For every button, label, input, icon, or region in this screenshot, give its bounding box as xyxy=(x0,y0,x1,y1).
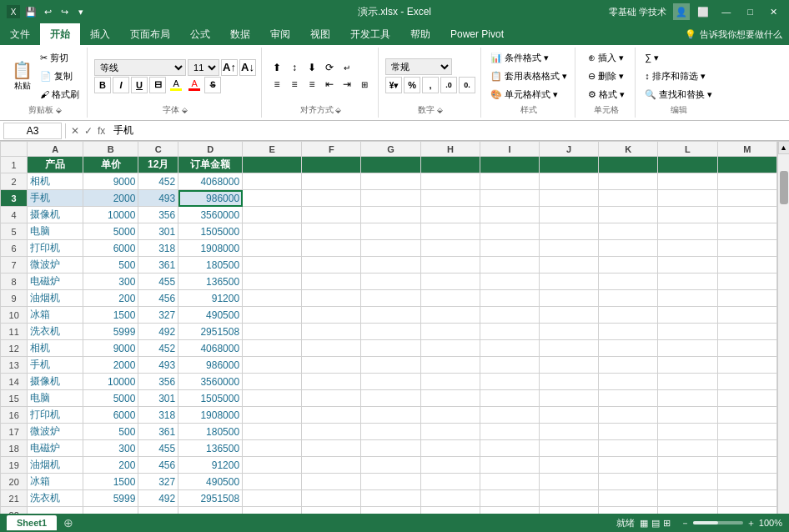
row-header-7[interactable]: 7 xyxy=(1,257,28,274)
cell-r15-c4[interactable]: 1505000 xyxy=(178,390,243,407)
cell-r13-c11[interactable] xyxy=(599,357,658,374)
cell-r15-c12[interactable] xyxy=(658,390,717,407)
cell-r16-c5[interactable] xyxy=(243,407,302,424)
cell-r21-c11[interactable] xyxy=(599,490,658,507)
cell-r1-c11[interactable] xyxy=(599,157,658,173)
cancel-formula-icon[interactable]: ✕ xyxy=(69,125,81,137)
cell-r17-c6[interactable] xyxy=(302,424,361,440)
col-header-e[interactable]: E xyxy=(243,142,302,157)
cell-r21-c2[interactable]: 5999 xyxy=(83,490,138,507)
align-bottom-button[interactable]: ⬇ xyxy=(304,60,320,75)
cell-r5-c2[interactable]: 5000 xyxy=(83,223,138,240)
cell-r16-c13[interactable] xyxy=(717,407,777,424)
cell-r20-c3[interactable]: 327 xyxy=(138,474,178,490)
text-angle-button[interactable]: ⟳ xyxy=(321,60,338,75)
cell-r11-c2[interactable]: 5999 xyxy=(83,324,138,340)
cell-r6-c11[interactable] xyxy=(599,240,658,257)
cell-r19-c1[interactable]: 油烟机 xyxy=(28,457,83,474)
cell-r7-c5[interactable] xyxy=(243,257,302,274)
cell-r19-c8[interactable] xyxy=(420,457,480,474)
align-top-button[interactable]: ⬆ xyxy=(269,60,285,75)
cell-r13-c13[interactable] xyxy=(717,357,777,374)
cell-r12-c3[interactable]: 452 xyxy=(138,340,178,357)
cell-r2-c2[interactable]: 9000 xyxy=(83,173,138,190)
cell-r10-c10[interactable] xyxy=(540,307,599,324)
tab-developer[interactable]: 开发工具 xyxy=(340,23,400,45)
cell-r12-c8[interactable] xyxy=(420,340,480,357)
save-qat-button[interactable]: 💾 xyxy=(23,4,38,19)
cell-r2-c1[interactable]: 相机 xyxy=(28,173,83,190)
scroll-thumb[interactable] xyxy=(780,171,788,204)
cell-r20-c2[interactable]: 1500 xyxy=(83,474,138,490)
cell-r3-c8[interactable] xyxy=(420,190,480,207)
cell-r2-c7[interactable] xyxy=(361,173,420,190)
conditional-format-button[interactable]: 📊 条件格式 ▾ xyxy=(488,49,570,66)
spreadsheet-scroll-area[interactable]: A B C D E F G H I J K L M 1产品单价12月订单金额2相… xyxy=(0,141,777,529)
view-preview-icon[interactable]: ⊞ xyxy=(663,518,671,529)
cell-r4-c7[interactable] xyxy=(361,207,420,223)
decrease-font-button[interactable]: A↓ xyxy=(239,59,256,76)
cell-r14-c3[interactable]: 356 xyxy=(138,374,178,390)
cell-reference-input[interactable] xyxy=(3,123,62,139)
cell-r18-c3[interactable]: 455 xyxy=(138,440,178,457)
confirm-formula-icon[interactable]: ✓ xyxy=(83,125,94,137)
cell-r10-c13[interactable] xyxy=(717,307,777,324)
autosum-button[interactable]: ∑ ▾ xyxy=(642,49,715,66)
col-header-b[interactable]: B xyxy=(83,142,138,157)
cell-r18-c8[interactable] xyxy=(420,440,480,457)
cell-r13-c10[interactable] xyxy=(540,357,599,374)
cell-r17-c4[interactable]: 180500 xyxy=(178,424,243,440)
cell-r1-c7[interactable] xyxy=(361,157,420,173)
cell-r20-c12[interactable] xyxy=(658,474,717,490)
cell-r3-c1[interactable]: 手机 xyxy=(28,190,83,207)
cell-r17-c8[interactable] xyxy=(420,424,480,440)
cell-r14-c10[interactable] xyxy=(540,374,599,390)
cell-r16-c7[interactable] xyxy=(361,407,420,424)
scroll-up-button[interactable]: ▲ xyxy=(778,141,790,154)
cell-r14-c5[interactable] xyxy=(243,374,302,390)
cell-r17-c10[interactable] xyxy=(540,424,599,440)
font-size-select[interactable]: 11 xyxy=(188,59,219,76)
cell-r6-c9[interactable] xyxy=(480,240,540,257)
cell-r4-c2[interactable]: 10000 xyxy=(83,207,138,223)
tab-power-pivot[interactable]: Power Pivot xyxy=(440,23,514,45)
cell-r4-c8[interactable] xyxy=(420,207,480,223)
cell-r10-c6[interactable] xyxy=(302,307,361,324)
cell-r18-c4[interactable]: 136500 xyxy=(178,440,243,457)
cell-r18-c5[interactable] xyxy=(243,440,302,457)
cell-r8-c13[interactable] xyxy=(717,274,777,290)
row-header-13[interactable]: 13 xyxy=(1,357,28,374)
cell-r19-c10[interactable] xyxy=(540,457,599,474)
undo-qat-button[interactable]: ↩ xyxy=(40,4,55,19)
increase-decimal-button[interactable]: .0 xyxy=(440,77,457,93)
row-header-21[interactable]: 21 xyxy=(1,490,28,507)
cell-r16-c4[interactable]: 1908000 xyxy=(178,407,243,424)
cell-r1-c1[interactable]: 产品 xyxy=(28,157,83,173)
copy-button[interactable]: 📄 复制 xyxy=(38,68,82,84)
cell-r5-c4[interactable]: 1505000 xyxy=(178,223,243,240)
cell-r12-c2[interactable]: 9000 xyxy=(83,340,138,357)
cell-r4-c10[interactable] xyxy=(540,207,599,223)
cell-r14-c2[interactable]: 10000 xyxy=(83,374,138,390)
cell-r15-c5[interactable] xyxy=(243,390,302,407)
row-header-2[interactable]: 2 xyxy=(1,173,28,190)
cell-r1-c2[interactable]: 单价 xyxy=(83,157,138,173)
cell-r15-c11[interactable] xyxy=(599,390,658,407)
find-replace-button[interactable]: 🔍 查找和替换 ▾ xyxy=(642,86,715,103)
zoom-in-button[interactable]: ＋ xyxy=(746,517,756,529)
cell-r9-c3[interactable]: 456 xyxy=(138,290,178,307)
cell-r19-c12[interactable] xyxy=(658,457,717,474)
cell-r9-c2[interactable]: 200 xyxy=(83,290,138,307)
cell-r3-c12[interactable] xyxy=(658,190,717,207)
cell-r12-c12[interactable] xyxy=(658,340,717,357)
cell-r10-c5[interactable] xyxy=(243,307,302,324)
cell-r21-c9[interactable] xyxy=(480,490,540,507)
cell-r14-c12[interactable] xyxy=(658,374,717,390)
percent-button[interactable]: % xyxy=(404,77,420,93)
cell-r17-c9[interactable] xyxy=(480,424,540,440)
cell-r11-c6[interactable] xyxy=(302,324,361,340)
view-normal-icon[interactable]: ▦ xyxy=(640,518,648,529)
cell-r7-c6[interactable] xyxy=(302,257,361,274)
format-as-table-button[interactable]: 📋 套用表格格式 ▾ xyxy=(488,68,570,84)
cell-r20-c9[interactable] xyxy=(480,474,540,490)
